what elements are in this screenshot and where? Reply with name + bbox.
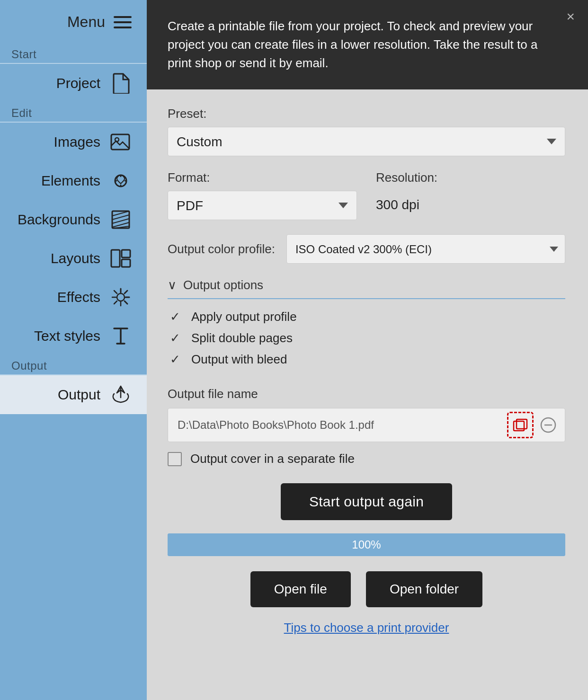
cover-checkbox-row: Output cover in a separate file — [168, 452, 565, 466]
info-banner-text: Create a printable file from your projec… — [168, 19, 537, 70]
sidebar: Menu Start Project Edit Images — [0, 0, 147, 700]
checkbox-label-apply: Apply output profile — [191, 310, 297, 324]
sidebar-item-label-effects: Effects — [57, 289, 100, 305]
checkbox-with-bleed: ✓ Output with bleed — [168, 352, 565, 367]
progress-bar-label: 100% — [352, 538, 381, 551]
format-label: Format: — [168, 170, 357, 185]
svg-rect-0 — [111, 134, 129, 150]
checkmark-split: ✓ — [168, 331, 183, 346]
sidebar-item-effects[interactable]: Effects — [0, 278, 147, 317]
chevron-down-icon: ∨ — [168, 278, 177, 292]
checkbox-apply-profile: ✓ Apply output profile — [168, 310, 565, 324]
open-folder-button[interactable]: Open folder — [366, 571, 482, 607]
output-icon — [110, 384, 132, 406]
preset-select[interactable]: Custom — [168, 127, 565, 156]
hamburger-icon[interactable] — [114, 16, 132, 28]
file-input-row: D:\Data\Photo Books\Photo Book 1.pdf — [168, 408, 565, 442]
svg-line-17 — [114, 301, 117, 304]
resolution-col: Resolution: 300 dpi — [376, 170, 565, 213]
format-resolution-row: Format: PDF Resolution: 300 dpi — [168, 170, 565, 220]
cover-checkbox-label: Output cover in a separate file — [190, 452, 355, 466]
svg-line-19 — [114, 291, 117, 293]
output-file-label: Output file name — [168, 387, 565, 401]
file-path-text: D:\Data\Photo Books\Photo Book 1.pdf — [178, 418, 502, 432]
close-button[interactable]: × — [566, 9, 575, 24]
output-options-divider — [168, 298, 565, 299]
sidebar-item-label-text-styles: Text styles — [34, 328, 100, 344]
section-label-output: Output — [0, 355, 147, 374]
browse-file-button[interactable] — [507, 412, 534, 438]
resolution-value: 300 dpi — [376, 191, 565, 213]
sidebar-item-label-layouts: Layouts — [51, 250, 100, 266]
output-options-header[interactable]: ∨ Output options — [168, 278, 565, 292]
main-content: Create a printable file from your projec… — [147, 0, 588, 700]
progress-bar: 100% — [168, 533, 565, 556]
format-select[interactable]: PDF — [168, 191, 357, 220]
checkbox-split-pages: ✓ Split double pages — [168, 331, 565, 346]
preset-label: Preset: — [168, 106, 565, 121]
content-area: Preset: Custom Format: PDF Resolution: 3… — [147, 89, 588, 654]
svg-rect-11 — [122, 259, 130, 267]
info-banner: Create a printable file from your projec… — [147, 0, 588, 89]
svg-rect-10 — [122, 250, 130, 257]
svg-line-13 — [125, 291, 127, 293]
resolution-label: Resolution: — [376, 170, 565, 185]
sidebar-item-label-project: Project — [56, 75, 100, 91]
checkbox-label-split: Split double pages — [191, 331, 293, 346]
menu-label: Menu — [67, 13, 105, 31]
color-profile-label: Output color profile: — [168, 242, 275, 257]
color-profile-row: Output color profile: ISO Coated v2 300%… — [168, 234, 565, 264]
sidebar-menu[interactable]: Menu — [0, 0, 147, 44]
sidebar-item-label-elements: Elements — [41, 173, 100, 189]
output-options-title: Output options — [183, 278, 263, 292]
clear-file-button[interactable] — [538, 415, 558, 435]
sidebar-item-backgrounds[interactable]: Backgrounds — [0, 200, 147, 239]
format-col: Format: PDF — [168, 170, 357, 220]
sidebar-item-output[interactable]: Output — [0, 375, 147, 414]
svg-line-15 — [125, 301, 127, 304]
sidebar-item-label-images: Images — [54, 134, 100, 150]
backgrounds-icon — [110, 209, 132, 230]
color-profile-select[interactable]: ISO Coated v2 300% (ECI) — [286, 234, 565, 264]
cover-checkbox[interactable] — [168, 452, 182, 466]
sidebar-item-project[interactable]: Project — [0, 64, 147, 103]
elements-icon — [110, 170, 132, 192]
effects-icon — [110, 286, 132, 308]
checkmark-apply: ✓ — [168, 310, 183, 324]
action-buttons-row: Open file Open folder — [168, 571, 565, 607]
sidebar-item-label-backgrounds: Backgrounds — [18, 212, 100, 228]
file-icon — [110, 72, 132, 94]
sidebar-item-text-styles[interactable]: Text styles — [0, 317, 147, 355]
sidebar-item-images[interactable]: Images — [0, 123, 147, 161]
svg-point-16 — [117, 293, 125, 301]
sidebar-item-elements[interactable]: Elements — [0, 161, 147, 200]
images-icon — [110, 131, 132, 153]
open-file-button[interactable]: Open file — [250, 571, 351, 607]
text-styles-icon — [110, 325, 132, 347]
start-output-button[interactable]: Start output again — [281, 483, 452, 520]
checkmark-bleed: ✓ — [168, 352, 183, 367]
section-label-start: Start — [0, 44, 147, 63]
sidebar-item-layouts[interactable]: Layouts — [0, 239, 147, 278]
tips-link[interactable]: Tips to choose a print provider — [168, 620, 565, 635]
output-file-section: Output file name D:\Data\Photo Books\Pho… — [168, 387, 565, 483]
section-label-edit: Edit — [0, 103, 147, 122]
sidebar-item-label-output: Output — [58, 387, 100, 403]
layouts-icon — [110, 248, 132, 269]
checkbox-label-bleed: Output with bleed — [191, 352, 287, 367]
svg-rect-9 — [111, 250, 120, 267]
